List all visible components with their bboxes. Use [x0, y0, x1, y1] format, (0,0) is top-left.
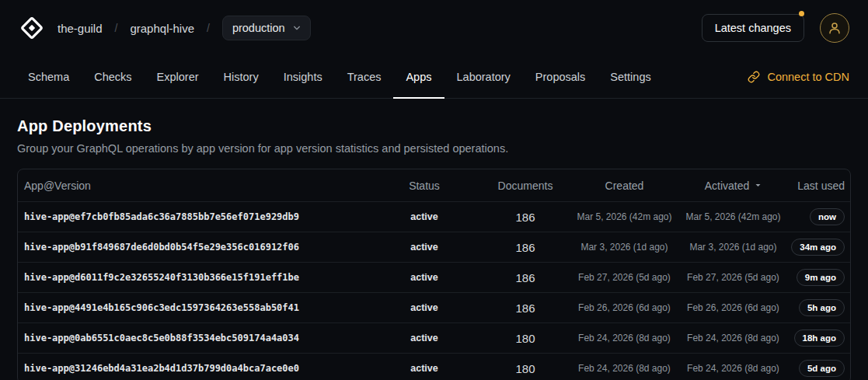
col-header-app-version[interactable]: App@Version — [24, 180, 366, 192]
tab-checks[interactable]: Checks — [82, 56, 144, 99]
latest-changes-label: Latest changes — [715, 22, 791, 34]
tab-settings[interactable]: Settings — [598, 56, 663, 99]
status-cell: active — [366, 363, 483, 374]
table-row[interactable]: hive-app@b91f849687de6d0bd0b54f5e29e356c… — [18, 232, 850, 262]
documents-cell: 186 — [483, 302, 568, 315]
latest-changes-button[interactable]: Latest changes — [702, 14, 804, 42]
tab-traces[interactable]: Traces — [335, 56, 394, 99]
created-cell: Feb 24, 2026 (8d ago) — [568, 363, 681, 374]
last-used-badge: 5d ago — [799, 360, 845, 377]
last-used-badge: 9m ago — [797, 269, 845, 286]
hive-logo[interactable] — [19, 15, 45, 41]
status-cell: active — [366, 333, 483, 343]
documents-cell: 180 — [483, 332, 568, 345]
table-row[interactable]: hive-app@d6011f9c2e32655240f3130b366e15f… — [18, 262, 850, 292]
documents-cell: 186 — [483, 271, 568, 284]
last-used-badge: 18h ago — [794, 329, 845, 347]
col-header-last-used[interactable]: Last used — [786, 180, 845, 192]
activated-cell: Mar 5, 2026 (42m ago) — [681, 211, 786, 222]
last-used-cell: 34m ago — [786, 239, 845, 256]
activated-cell: Feb 24, 2026 (8d ago) — [681, 363, 786, 374]
last-used-cell: 18h ago — [786, 329, 845, 347]
user-icon — [828, 21, 842, 35]
tab-laboratory[interactable]: Laboratory — [444, 56, 523, 99]
chevron-down-icon — [293, 24, 301, 32]
tab-proposals[interactable]: Proposals — [523, 56, 598, 99]
activated-cell: Feb 27, 2026 (5d ago) — [681, 272, 786, 283]
last-used-cell: 5d ago — [786, 360, 845, 377]
breadcrumb-separator: / — [115, 22, 118, 34]
target-selector-label: production — [232, 22, 285, 34]
last-used-cell: now — [786, 208, 845, 225]
table-header-row: App@Version Status Documents Created Act… — [18, 169, 850, 201]
last-used-cell: 5h ago — [786, 299, 845, 316]
last-used-cell: 9m ago — [786, 269, 845, 286]
tab-apps[interactable]: Apps — [393, 56, 444, 99]
link-icon — [748, 71, 760, 83]
hive-logo-icon — [19, 16, 44, 40]
app-version-cell: hive-app@ef7cb0fb85ada6c36a7885bb7e56ef0… — [24, 211, 366, 222]
breadcrumb: the-guild / graphql-hive / production — [58, 16, 311, 40]
documents-cell: 186 — [483, 241, 568, 254]
page-subtitle: Group your GraphQL operations by app ver… — [17, 142, 851, 155]
last-used-badge: 34m ago — [791, 239, 845, 256]
activated-cell: Feb 26, 2026 (6d ago) — [681, 302, 786, 313]
breadcrumb-org[interactable]: the-guild — [58, 22, 103, 35]
documents-cell: 186 — [483, 211, 568, 224]
table-row[interactable]: hive-app@ef7cb0fb85ada6c36a7885bb7e56ef0… — [18, 201, 850, 232]
created-cell: Mar 5, 2026 (42m ago) — [568, 211, 681, 222]
main-content: App Deployments Group your GraphQL opera… — [0, 99, 868, 380]
notification-dot — [799, 11, 804, 16]
status-cell: active — [366, 211, 483, 222]
col-header-created[interactable]: Created — [568, 180, 681, 192]
created-cell: Mar 3, 2026 (1d ago) — [568, 242, 681, 253]
page-title: App Deployments — [17, 117, 851, 135]
table-row[interactable]: hive-app@31246ebd4a31ea2b4d1d37b799d0a4b… — [18, 353, 850, 380]
documents-cell: 180 — [483, 362, 568, 375]
connect-to-cdn-link[interactable]: Connect to CDN — [748, 56, 852, 98]
tab-explorer[interactable]: Explorer — [145, 56, 211, 99]
tab-history[interactable]: History — [211, 56, 271, 99]
col-header-activated-label: Activated — [705, 180, 750, 192]
last-used-badge: now — [810, 208, 845, 225]
app-version-cell: hive-app@31246ebd4a31ea2b4d1d37b799d0a4b… — [24, 363, 366, 374]
nav-tabs: Schema Checks Explorer History Insights … — [0, 56, 868, 99]
app-version-cell: hive-app@d6011f9c2e32655240f3130b366e15f… — [24, 272, 366, 283]
table-row[interactable]: hive-app@0ab6551c0aec8c5e0b88f3534ebc509… — [18, 322, 850, 353]
activated-cell: Feb 24, 2026 (8d ago) — [681, 333, 786, 343]
app-version-cell: hive-app@0ab6551c0aec8c5e0b88f3534ebc509… — [24, 333, 366, 343]
user-avatar[interactable] — [820, 13, 849, 43]
app-version-cell: hive-app@b91f849687de6d0bd0b54f5e29e356c… — [24, 242, 366, 253]
col-header-activated[interactable]: Activated — [681, 180, 786, 192]
top-bar: the-guild / graphql-hive / production La… — [0, 0, 868, 56]
app-deployments-table: App@Version Status Documents Created Act… — [17, 169, 851, 380]
created-cell: Feb 26, 2026 (6d ago) — [568, 302, 681, 313]
breadcrumb-project[interactable]: graphql-hive — [130, 22, 194, 35]
sort-descending-icon — [755, 182, 762, 189]
breadcrumb-separator: / — [207, 22, 210, 34]
app-version-cell: hive-app@4491e4b165c906c3edc1597364263e5… — [24, 302, 366, 313]
created-cell: Feb 27, 2026 (5d ago) — [568, 272, 681, 283]
status-cell: active — [366, 272, 483, 283]
tab-insights[interactable]: Insights — [271, 56, 335, 99]
target-selector[interactable]: production — [222, 16, 311, 40]
status-cell: active — [366, 242, 483, 253]
col-header-status[interactable]: Status — [366, 180, 483, 192]
tab-schema[interactable]: Schema — [16, 56, 82, 99]
table-row[interactable]: hive-app@4491e4b165c906c3edc1597364263e5… — [18, 292, 850, 322]
last-used-badge: 5h ago — [799, 299, 845, 316]
status-cell: active — [366, 302, 483, 313]
created-cell: Feb 24, 2026 (8d ago) — [568, 333, 681, 343]
activated-cell: Mar 3, 2026 (1d ago) — [681, 242, 786, 253]
col-header-documents[interactable]: Documents — [483, 180, 568, 192]
connect-to-cdn-label: Connect to CDN — [767, 71, 849, 83]
